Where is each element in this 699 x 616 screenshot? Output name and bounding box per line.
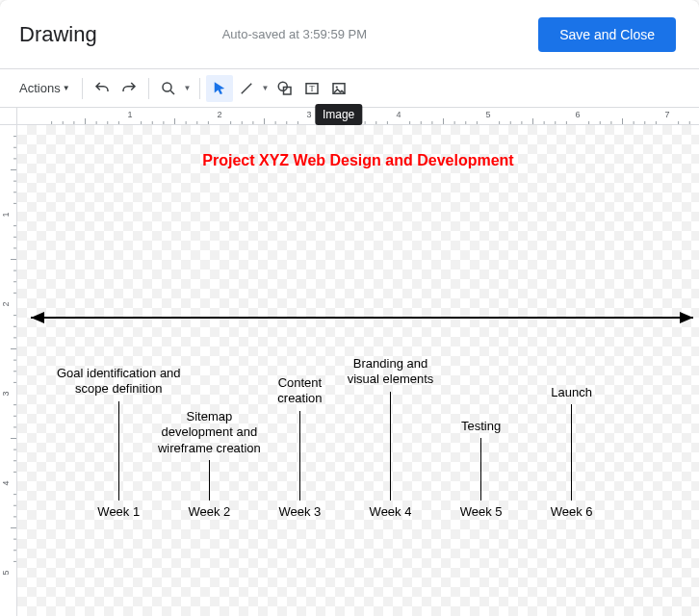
caret-down-icon: ▼ [262, 84, 270, 92]
undo-icon [93, 80, 111, 97]
textbox-tool-button[interactable]: T [298, 75, 325, 102]
actions-menu-button[interactable]: Actions ▼ [13, 77, 76, 99]
toolbar-separator [82, 78, 83, 99]
drawing-dialog: Drawing Auto-saved at 3:59:59 PM Save an… [0, 0, 699, 616]
milestone-stick [480, 438, 481, 500]
svg-text:6: 6 [575, 110, 580, 119]
svg-marker-111 [31, 312, 44, 323]
timeline-milestone: Launch [500, 385, 644, 500]
toolbar-separator [199, 78, 200, 99]
milestone-stick [571, 404, 572, 500]
line-tool-button[interactable] [233, 75, 260, 102]
zoom-dropdown[interactable]: ▼ [182, 84, 194, 92]
zoom-icon [160, 80, 177, 97]
line-icon [238, 80, 255, 97]
svg-text:3: 3 [1, 391, 11, 396]
zoom-group: ▼ [155, 75, 194, 102]
svg-text:3: 3 [306, 110, 311, 119]
actions-label: Actions [19, 81, 61, 95]
timeline-week-label: Week 4 [370, 504, 412, 519]
toolbar: Actions ▼ ▼ ▼ [0, 69, 699, 108]
redo-icon [120, 80, 138, 97]
line-tool-dropdown[interactable]: ▼ [260, 84, 272, 92]
milestone-stick [390, 392, 391, 500]
timeline-week-label: Week 3 [279, 504, 322, 519]
milestone-label: Goal identification and scope definition [46, 366, 191, 398]
drawing-canvas[interactable]: Project XYZ Web Design and Development G… [17, 125, 699, 616]
ruler-corner [0, 108, 17, 124]
svg-text:5: 5 [485, 110, 490, 119]
image-tooltip: Image [315, 104, 362, 125]
timeline-axis [17, 308, 699, 327]
milestone-stick [118, 401, 119, 500]
caret-down-icon: ▼ [63, 84, 70, 92]
select-tool-button[interactable] [206, 75, 233, 102]
undo-button[interactable] [89, 75, 116, 102]
svg-text:7: 7 [664, 110, 669, 119]
dialog-title: Drawing [19, 22, 97, 47]
vertical-ruler[interactable]: 12345 [0, 125, 17, 616]
shape-icon [276, 80, 294, 97]
svg-text:4: 4 [1, 480, 11, 485]
dialog-header: Drawing Auto-saved at 3:59:59 PM Save an… [0, 0, 699, 69]
svg-line-1 [170, 90, 174, 94]
svg-marker-112 [680, 312, 693, 323]
milestone-stick [209, 460, 210, 500]
milestone-label: Branding and visual elements [319, 356, 463, 388]
svg-text:5: 5 [1, 570, 11, 575]
svg-text:1: 1 [1, 212, 11, 217]
timeline-week-label: Week 5 [460, 504, 503, 519]
autosave-status: Auto-saved at 3:59:59 PM [97, 27, 538, 41]
shape-tool-button[interactable] [272, 75, 298, 102]
drawing-title-text: Project XYZ Web Design and Development [17, 152, 699, 169]
textbox-icon: T [303, 80, 321, 97]
svg-text:2: 2 [217, 110, 221, 119]
image-tool-button[interactable]: Image [325, 75, 352, 102]
toolbar-separator [148, 78, 149, 99]
svg-line-2 [241, 83, 251, 93]
cursor-icon [211, 80, 228, 97]
milestone-stick [299, 411, 300, 500]
line-tool-group: ▼ [233, 75, 272, 102]
main-area: 12345 Project XYZ Web Design and Develop… [0, 125, 699, 616]
svg-text:T: T [309, 85, 314, 93]
timeline-week-label: Week 6 [551, 504, 593, 519]
svg-text:4: 4 [396, 110, 401, 119]
redo-button[interactable] [116, 75, 142, 102]
timeline-week-label: Week 1 [97, 504, 140, 519]
save-and-close-button[interactable]: Save and Close [538, 17, 676, 52]
svg-point-0 [163, 83, 171, 91]
caret-down-icon: ▼ [184, 84, 192, 92]
svg-text:1: 1 [127, 110, 132, 119]
zoom-button[interactable] [155, 75, 182, 102]
svg-text:2: 2 [1, 301, 11, 306]
svg-point-8 [335, 86, 337, 88]
image-icon [330, 80, 348, 97]
timeline-week-label: Week 2 [188, 504, 230, 519]
milestone-label: Launch [500, 385, 644, 400]
